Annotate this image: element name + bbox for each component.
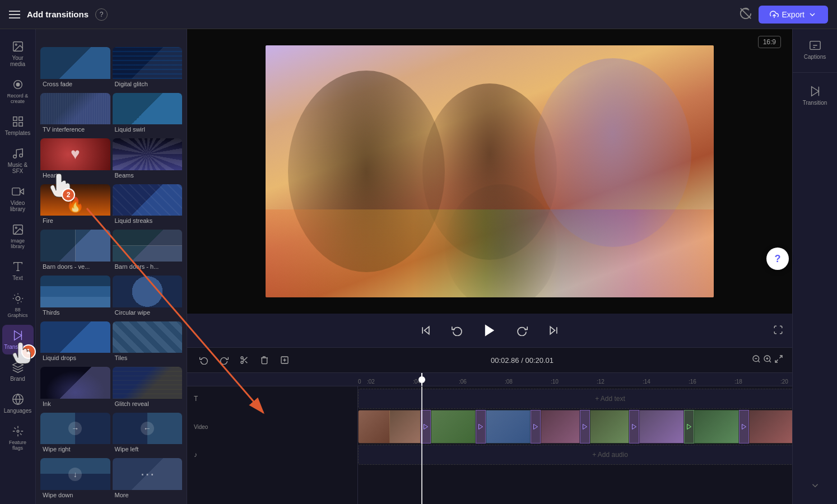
right-panel-divider [793,72,837,73]
timeline-section: 00:02.86 / 00:20.01 [187,347,792,504]
transition-marker-6-active[interactable] [684,410,694,444]
transition-marker-3[interactable] [531,410,541,444]
skip-to-start-button[interactable] [417,321,435,339]
svg-line-43 [779,356,782,358]
transition-thumb-glitch-reveal [113,367,183,399]
timeline-time-display: 00:02.86 / 00:20.01 [297,356,747,365]
hamburger-menu[interactable] [9,11,20,18]
sidebar-nav: Your media Record & create Templates [0,29,36,504]
transition-item-thirds[interactable]: Thirds [40,276,110,319]
sidebar-item-music-sfx[interactable]: Music & SFX [2,143,34,179]
transition-item-tiles[interactable]: Tiles [113,321,183,365]
clip-segment-2[interactable] [431,410,476,444]
transition-marker-7[interactable] [739,410,749,444]
clip-segment-5[interactable] [590,410,629,444]
transition-marker-4[interactable] [580,410,590,444]
export-button[interactable]: Export [759,6,828,24]
forward-button[interactable] [513,321,531,339]
clip-segment-3[interactable] [486,410,531,444]
skip-to-end-button[interactable] [545,321,562,339]
clip-segment-7[interactable] [694,410,739,444]
undo-button[interactable] [196,352,212,368]
topbar: Add transitions ? Export [0,0,837,29]
transition-settings-label: Transition [803,100,827,106]
sidebar-item-text[interactable]: Text [2,256,34,286]
svg-marker-12 [20,189,23,194]
clip-segment-4[interactable] [541,410,580,444]
transition-item-heart[interactable]: ♥ Heart [40,138,110,182]
sidebar-label-text: Text [12,275,22,281]
delete-button[interactable] [257,352,272,368]
sidebar-item-feature-flags[interactable]: Feature flags [2,421,34,455]
transition-thumb-liquid-drops [40,321,110,353]
sidebar-label-image-library: Image library [4,238,31,249]
transition-marker-1[interactable] [421,410,431,444]
ruler-mark-14: :14 [643,379,689,386]
sidebar-item-record-create[interactable]: Record & create [2,74,34,109]
aspect-ratio-badge[interactable]: 16:9 [758,36,781,48]
transition-item-liquid-swirl[interactable]: Liquid swirl [113,93,183,137]
transition-item-wipe-left[interactable]: ← Wipe left [113,413,183,456]
add-text-track[interactable]: + Add text [358,389,792,409]
right-panel-item-captions[interactable]: Captions [796,36,835,63]
transition-label-liquid-swirl: Liquid swirl [113,124,183,136]
fullscreen-button[interactable] [773,325,783,337]
transition-item-cross-fade[interactable]: Cross fade [40,47,110,91]
sidebar-item-image-library[interactable]: Image library [2,219,34,254]
right-panel-chevron[interactable] [810,480,820,497]
svg-point-10 [13,155,16,158]
topbar-left: Add transitions ? [9,8,108,21]
transition-item-ink[interactable]: Ink [40,367,110,410]
transition-marker-5[interactable] [629,410,639,444]
sidebar-item-transitions[interactable]: Transitions 1 [2,325,34,354]
transition-label-heart: Heart [40,170,110,182]
transition-marker-2[interactable] [476,410,486,444]
help-button[interactable]: ? [766,248,789,270]
transition-label-liquid-drops: Liquid drops [40,353,110,365]
sidebar-item-video-library[interactable]: Video library [2,181,34,217]
help-icon-topbar[interactable]: ? [95,8,108,21]
add-clip-button[interactable] [277,352,292,368]
sidebar-item-your-media[interactable]: Your media [2,36,34,72]
zoom-in-button[interactable] [763,354,772,366]
sidebar-item-templates[interactable]: Templates [2,111,34,141]
transition-item-barn-doors-v[interactable]: Barn doors - ve... [40,230,110,273]
transition-item-more[interactable]: ⋯ More [113,458,183,502]
transition-label-barn-doors-v: Barn doors - ve... [40,262,110,273]
topbar-right: Export [740,6,828,24]
clip-segment-8[interactable] [749,410,792,444]
transition-item-digital-glitch[interactable]: Digital glitch [113,47,183,91]
svg-rect-13 [12,188,20,195]
transition-item-glitch-reveal[interactable]: Glitch reveal [113,367,183,410]
zoom-out-button[interactable] [752,354,761,366]
svg-point-3 [15,44,17,45]
transition-item-wipe-right[interactable]: → Wipe right [40,413,110,456]
ruler-mark-02: :02 [367,379,413,386]
rewind-button[interactable] [448,321,466,339]
sidebar-label-feature-flags: Feature flags [4,440,31,451]
redo-button[interactable] [216,352,232,368]
right-panel-item-transition[interactable]: Transition [796,82,835,109]
svg-line-32 [243,358,244,360]
transition-item-barn-doors-h[interactable]: Barn doors - h... [113,230,183,273]
fit-timeline-button[interactable] [774,354,783,366]
transition-item-circular-wipe[interactable]: Circular wipe [113,276,183,319]
play-button[interactable] [480,320,500,340]
clip-segment-1[interactable] [358,410,421,444]
transition-item-beams[interactable]: Beams [113,138,183,182]
transition-item-fire[interactable]: 🔥 Fire [40,184,110,228]
transition-item-tv-interference[interactable]: TV interference [40,93,110,137]
svg-rect-7 [18,117,22,120]
sidebar-item-graphics[interactable]: 88 Graphics [2,288,34,323]
sidebar-item-languages[interactable]: Languages [2,389,34,418]
transition-item-liquid-streaks[interactable]: Liquid streaks [113,184,183,228]
transition-item-liquid-drops[interactable]: Liquid drops [40,321,110,365]
sidebar-item-brand[interactable]: Brand [2,357,34,386]
transition-thumb-thirds [40,276,110,307]
add-audio-track[interactable]: + Add audio [358,445,792,465]
transition-item-wipe-down[interactable]: ↓ Wipe down [40,458,110,502]
sidebar-label-record-create: Record & create [4,93,31,104]
cut-button[interactable] [236,352,252,368]
clip-segment-6[interactable] [639,410,684,444]
svg-line-37 [758,361,760,362]
